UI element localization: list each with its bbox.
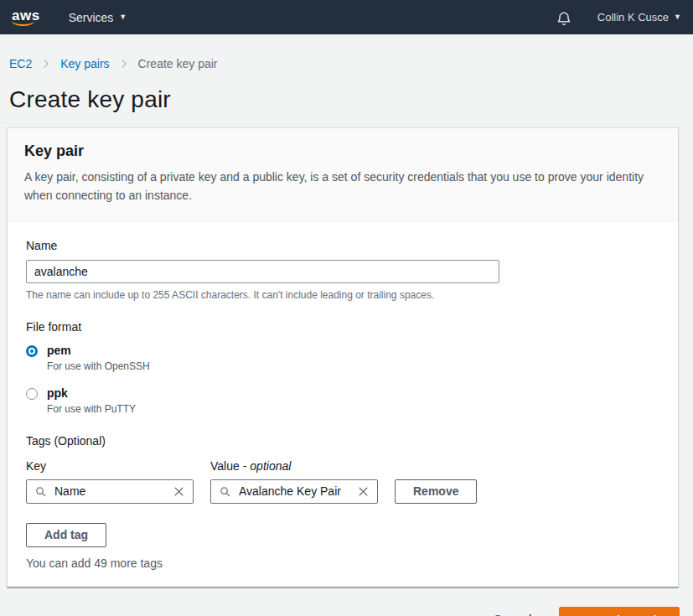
page-title: Create key pair — [9, 86, 685, 113]
caret-down-icon: ▼ — [674, 13, 681, 21]
chevron-right-icon — [40, 58, 52, 70]
search-icon — [219, 485, 231, 498]
breadcrumb-current-page: Create key pair — [138, 57, 218, 70]
tag-value-label: Value -optional — [210, 459, 378, 473]
name-field-group: Name The name can include up to 255 ASCI… — [26, 239, 659, 301]
tag-key-label: Key — [26, 459, 194, 473]
key-pair-card: Key pair A key pair, consisting of a pri… — [7, 127, 679, 588]
aws-logo-text: aws — [12, 8, 40, 23]
tag-key-input-box — [26, 479, 194, 504]
tag-value-label-text: Value - — [210, 459, 246, 473]
breadcrumb-link-key-pairs[interactable]: Key pairs — [60, 57, 109, 70]
search-icon — [34, 485, 47, 498]
radio-option-pem-text: pem For use with OpenSSH — [47, 344, 150, 372]
radio-option-pem[interactable]: pem For use with OpenSSH — [26, 344, 659, 372]
radio-option-ppk-text: ppk For use with PuTTY — [47, 386, 136, 415]
card-title: Key pair — [24, 142, 661, 160]
services-menu[interactable]: Services ▼ — [69, 11, 127, 24]
radio-ppk-label: ppk — [47, 386, 136, 400]
notifications-bell-icon[interactable] — [556, 8, 572, 27]
create-key-pair-button[interactable]: Create key pair — [559, 607, 680, 616]
file-format-group: File format pem For use with OpenSSH ppk… — [26, 320, 659, 415]
tag-value-label-optional: optional — [250, 459, 291, 473]
remove-tag-button[interactable]: Remove — [395, 479, 477, 504]
file-format-label: File format — [26, 320, 659, 334]
chevron-right-icon — [118, 58, 130, 70]
name-input[interactable] — [26, 260, 499, 283]
name-field-hint: The name can include up to 255 ASCII cha… — [26, 289, 659, 301]
breadcrumb: EC2 Key pairs Create key pair — [0, 34, 693, 70]
user-account-menu[interactable]: Collin K Cusce ▼ — [597, 11, 681, 23]
card-header: Key pair A key pair, consisting of a pri… — [8, 128, 678, 221]
footer-actions: Cancel Create key pair — [7, 607, 680, 616]
breadcrumb-link-ec2[interactable]: EC2 — [9, 57, 32, 70]
add-tag-button[interactable]: Add tag — [26, 523, 106, 547]
aws-logo[interactable]: aws — [12, 8, 40, 26]
topnav-right-group: Collin K Cusce ▼ — [556, 8, 681, 27]
caret-down-icon: ▼ — [119, 13, 127, 21]
card-description: A key pair, consisting of a private key … — [24, 168, 661, 205]
radio-option-ppk[interactable]: ppk For use with PuTTY — [26, 386, 659, 415]
tag-key-input[interactable] — [53, 484, 167, 499]
radio-pem-description: For use with OpenSSH — [47, 360, 150, 372]
radio-ppk-description: For use with PuTTY — [47, 403, 136, 415]
name-field-label: Name — [26, 239, 659, 252]
user-name: Collin K Cusce — [597, 11, 669, 23]
tag-value-input-box — [210, 479, 378, 504]
tags-group: Tags (Optional) Key — [26, 434, 659, 570]
tag-key-column: Key — [26, 459, 194, 504]
radio-unselected-icon[interactable] — [26, 388, 38, 400]
remaining-tags-text: You can add 49 more tags — [26, 556, 659, 570]
top-navigation-bar: aws Services ▼ Collin K Cusce ▼ — [0, 0, 693, 34]
card-body: Name The name can include up to 255 ASCI… — [8, 221, 678, 587]
clear-x-icon[interactable] — [357, 485, 370, 498]
clear-x-icon[interactable] — [173, 485, 185, 498]
radio-pem-label: pem — [47, 344, 150, 357]
radio-selected-icon[interactable] — [26, 345, 38, 357]
tags-section-label: Tags (Optional) — [26, 434, 659, 448]
tag-row: Key Value -optional — [26, 459, 659, 504]
tag-value-input[interactable] — [237, 484, 351, 499]
tag-value-column: Value -optional — [210, 459, 378, 504]
cancel-button[interactable]: Cancel — [492, 608, 534, 616]
services-menu-label: Services — [69, 11, 114, 24]
